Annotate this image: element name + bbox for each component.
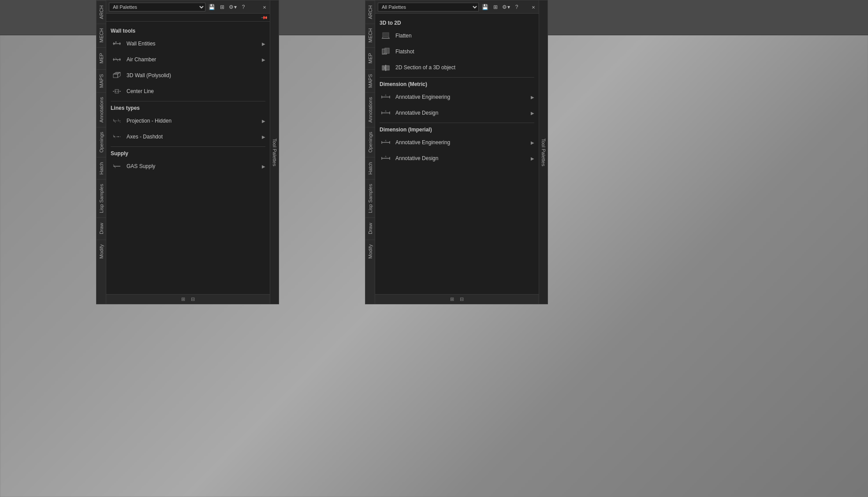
section-dimension-metric: Dimension (Metric) bbox=[375, 79, 539, 89]
sidebar-tab-draw[interactable]: Draw bbox=[97, 217, 106, 239]
right-palette-dropdown[interactable]: All Palettes bbox=[378, 3, 479, 11]
divider-2 bbox=[111, 146, 265, 147]
right-bottom-icon-2[interactable]: ⊟ bbox=[458, 295, 466, 303]
right-sidebar-tab-openings[interactable]: Openings bbox=[365, 127, 375, 157]
right-palette-body: 3D to 2D Flatten bbox=[375, 14, 539, 294]
left-save-button[interactable]: 💾 bbox=[207, 3, 216, 11]
left-help-button[interactable]: ? bbox=[239, 3, 248, 11]
tool-annotative-design-metric[interactable]: A Annotative Design ▶ bbox=[375, 105, 539, 121]
right-divider-2 bbox=[380, 123, 534, 123]
section-lines-types: Lines types bbox=[106, 103, 270, 113]
tool-annotative-engineering-imperial[interactable]: A Annotative Engineering ▶ bbox=[375, 135, 539, 150]
right-palette-content: All Palettes 💾 ⊞ ⚙▾ ? × 3D to 2D bbox=[375, 0, 539, 304]
sidebar-tab-hatch[interactable]: Hatch bbox=[97, 157, 106, 179]
right-sidebar-tab-arch[interactable]: ARCH bbox=[365, 0, 375, 23]
right-sidebar-tab-maps[interactable]: MAPS bbox=[365, 69, 375, 92]
center-line-icon bbox=[111, 85, 123, 97]
sidebar-tab-maps[interactable]: MAPS bbox=[97, 69, 106, 92]
tool-wall-entities[interactable]: Wall Entities ▶ bbox=[106, 36, 270, 52]
sidebar-tab-mech[interactable]: MECH bbox=[97, 23, 106, 47]
left-palette-content: All Palettes 💾 ⊞ ⚙▾ ? × 📌 Wall tools bbox=[106, 0, 270, 304]
right-sidebar-tabs: ARCH MECH MEP MAPS Annotations Openings … bbox=[365, 0, 375, 304]
air-chamber-icon bbox=[111, 53, 123, 66]
axes-dashdot-icon bbox=[111, 131, 123, 143]
tool-projection-hidden[interactable]: Projection - Hidden ▶ bbox=[106, 113, 270, 129]
tool-center-line[interactable]: Center Line bbox=[106, 83, 270, 99]
left-palette-bottom: ⊞ ⊟ bbox=[106, 294, 270, 304]
flatten-label: Flatten bbox=[395, 33, 534, 39]
tool-3d-wall[interactable]: 3D Wall (Polysolid) bbox=[106, 67, 270, 83]
right-close-button[interactable]: × bbox=[530, 4, 537, 11]
annotative-design-imperial-icon: A bbox=[380, 152, 392, 164]
section-dimension-imperial: Dimension (Imperial) bbox=[375, 125, 539, 135]
air-chamber-label: Air Chamber bbox=[127, 56, 262, 63]
svg-rect-29 bbox=[385, 48, 389, 53]
right-sidebar-tab-mep[interactable]: MEP bbox=[365, 47, 375, 69]
left-tool-palette: ARCH MECH MEP MAPS Annotations Openings … bbox=[96, 0, 279, 304]
right-bottom-icon-1[interactable]: ⊞ bbox=[448, 295, 456, 303]
wall-entities-arrow: ▶ bbox=[262, 41, 265, 46]
sidebar-tab-lisp-samples[interactable]: Lisp Samples bbox=[97, 179, 106, 217]
section-wall-tools: Wall tools bbox=[106, 26, 270, 36]
sidebar-tab-mep[interactable]: MEP bbox=[97, 47, 106, 69]
right-gear-button[interactable]: ⚙▾ bbox=[502, 3, 510, 11]
left-tool-palettes-label[interactable]: Tool Palettes bbox=[270, 0, 279, 304]
axes-dashdot-label: Axes - Dashdot bbox=[127, 134, 262, 140]
left-bottom-icon-2[interactable]: ⊟ bbox=[189, 295, 197, 303]
right-palette-bottom: ⊞ ⊟ bbox=[375, 294, 539, 304]
annotative-engineering-metric-icon: A bbox=[380, 91, 392, 103]
tool-flatten[interactable]: Flatten bbox=[375, 28, 539, 44]
left-bottom-icon-1[interactable]: ⊞ bbox=[179, 295, 187, 303]
projection-hidden-label: Projection - Hidden bbox=[127, 118, 262, 124]
left-pin-icon[interactable]: 📌 bbox=[261, 14, 268, 21]
axes-dashdot-arrow: ▶ bbox=[262, 135, 265, 139]
right-sidebar-tab-mech[interactable]: MECH bbox=[365, 23, 375, 47]
left-palette-body: Wall tools Wall Entities ▶ bbox=[106, 22, 270, 294]
annotative-engineering-imperial-label: Annotative Engineering bbox=[395, 139, 531, 146]
3d-wall-icon bbox=[111, 69, 123, 82]
svg-rect-9 bbox=[113, 74, 118, 78]
right-divider-1 bbox=[380, 77, 534, 78]
right-sidebar-tab-lisp-samples[interactable]: Lisp Samples bbox=[365, 179, 375, 217]
right-grid-button[interactable]: ⊞ bbox=[491, 3, 500, 11]
annotative-engineering-imperial-arrow: ▶ bbox=[531, 140, 534, 145]
right-sidebar-tab-modify[interactable]: Modify bbox=[365, 239, 375, 263]
2d-section-icon bbox=[380, 61, 392, 74]
sidebar-tab-openings[interactable]: Openings bbox=[97, 127, 106, 157]
svg-point-4 bbox=[115, 41, 117, 43]
3d-wall-label: 3D Wall (Polysolid) bbox=[127, 72, 265, 78]
right-sidebar-tab-annotations[interactable]: Annotations bbox=[365, 92, 375, 127]
left-sidebar-tabs: ARCH MECH MEP MAPS Annotations Openings … bbox=[97, 0, 106, 304]
left-grid-button[interactable]: ⊞ bbox=[218, 3, 227, 11]
sidebar-tab-arch[interactable]: ARCH bbox=[97, 0, 106, 23]
tool-flatshot[interactable]: Flatshot bbox=[375, 44, 539, 60]
annotative-engineering-imperial-icon: A bbox=[380, 136, 392, 149]
right-sidebar-tab-hatch[interactable]: Hatch bbox=[365, 157, 375, 179]
left-close-button[interactable]: × bbox=[261, 4, 268, 11]
tool-axes-dashdot[interactable]: Axes - Dashdot ▶ bbox=[106, 129, 270, 145]
gas-supply-label: GAS Supply bbox=[127, 163, 262, 169]
annotative-design-imperial-label: Annotative Design bbox=[395, 155, 531, 161]
flatshot-icon bbox=[380, 45, 392, 58]
svg-text:A: A bbox=[385, 110, 387, 112]
tool-gas-supply[interactable]: GAS Supply ▶ bbox=[106, 158, 270, 174]
tool-annotative-design-imperial[interactable]: A Annotative Design ▶ bbox=[375, 150, 539, 166]
svg-point-3 bbox=[114, 43, 115, 45]
svg-text:A: A bbox=[385, 139, 387, 142]
left-palette-dropdown[interactable]: All Palettes bbox=[109, 3, 205, 11]
right-sidebar-tab-draw[interactable]: Draw bbox=[365, 217, 375, 239]
svg-rect-24 bbox=[383, 33, 389, 37]
divider-1 bbox=[111, 101, 265, 101]
tool-annotative-engineering-metric[interactable]: A Annotative Engineering ▶ bbox=[375, 89, 539, 105]
flatshot-label: Flatshot bbox=[395, 49, 534, 55]
right-tool-palette: ARCH MECH MEP MAPS Annotations Openings … bbox=[365, 0, 548, 304]
right-save-button[interactable]: 💾 bbox=[481, 3, 489, 11]
tool-2d-section[interactable]: 2D Section of a 3D object bbox=[375, 60, 539, 75]
sidebar-tab-annotations[interactable]: Annotations bbox=[97, 92, 106, 127]
tool-air-chamber[interactable]: Air Chamber ▶ bbox=[106, 52, 270, 67]
left-gear-button[interactable]: ⚙▾ bbox=[228, 3, 237, 11]
right-tool-palettes-label[interactable]: Tool Palettes bbox=[539, 0, 548, 304]
annotative-engineering-metric-label: Annotative Engineering bbox=[395, 94, 531, 100]
sidebar-tab-modify[interactable]: Modify bbox=[97, 239, 106, 263]
right-help-button[interactable]: ? bbox=[512, 3, 521, 11]
